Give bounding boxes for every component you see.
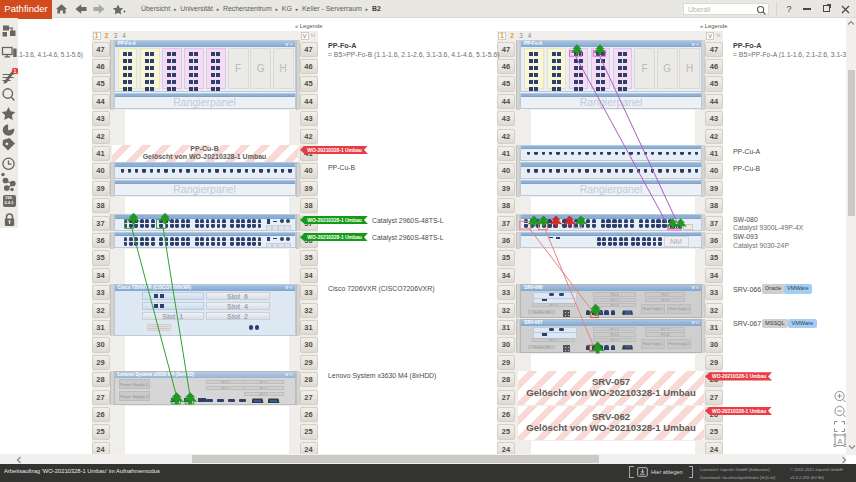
svg-text:A: A [837,437,842,446]
